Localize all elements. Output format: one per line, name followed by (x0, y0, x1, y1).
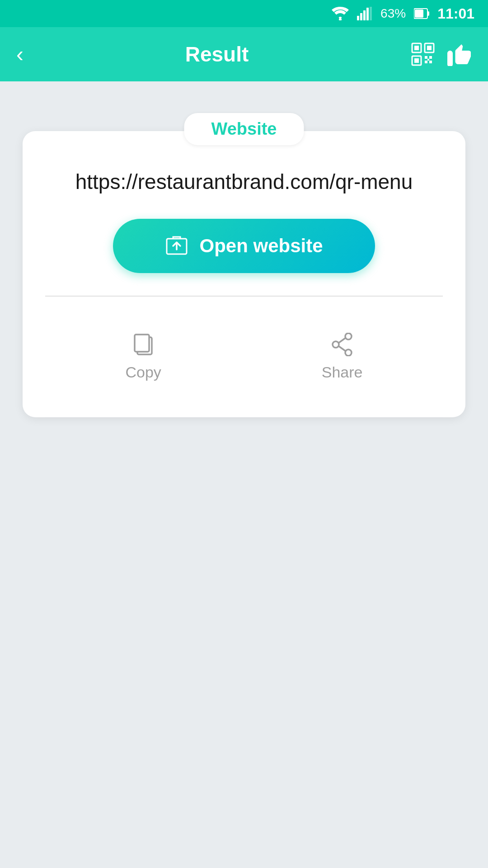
svg-rect-4 (366, 8, 369, 20)
svg-rect-10 (414, 46, 419, 50)
share-label: Share (322, 363, 363, 381)
svg-rect-16 (425, 61, 427, 63)
svg-rect-15 (425, 56, 427, 59)
app-bar: ‹ Result (0, 27, 488, 81)
svg-line-27 (339, 346, 345, 351)
url-display: https://restaurantbrand.com/qr-menu (75, 167, 413, 196)
result-card: https://restaurantbrand.com/qr-menu Open… (23, 131, 465, 417)
svg-rect-19 (427, 59, 429, 61)
signal-icon (357, 7, 372, 20)
svg-rect-2 (360, 13, 362, 20)
open-website-button[interactable]: Open website (113, 219, 375, 273)
svg-point-25 (345, 349, 352, 356)
battery-indicator: 63% (380, 6, 406, 21)
svg-point-23 (345, 333, 352, 340)
app-bar-actions (410, 42, 472, 67)
svg-rect-17 (429, 56, 432, 59)
svg-point-24 (333, 341, 339, 348)
svg-rect-22 (135, 335, 149, 352)
clock: 11:01 (437, 5, 474, 22)
status-icons: 63% 11:01 (332, 5, 474, 22)
svg-line-26 (339, 338, 345, 343)
svg-rect-18 (429, 61, 432, 63)
thumbs-up-button[interactable] (446, 42, 472, 67)
action-buttons-row: Copy Share (45, 319, 443, 395)
back-button[interactable]: ‹ (16, 43, 23, 65)
svg-rect-5 (370, 7, 372, 20)
share-button[interactable]: Share (295, 324, 390, 390)
card-type-label: Website (184, 113, 304, 145)
main-content: Website https://restaurantbrand.com/qr-m… (0, 81, 488, 435)
open-website-label: Open website (199, 235, 323, 257)
thumbs-up-icon (447, 42, 471, 66)
svg-rect-3 (363, 10, 366, 20)
share-icon (330, 333, 354, 356)
qr-code-button[interactable] (410, 42, 436, 67)
divider (45, 296, 443, 297)
copy-icon (132, 333, 155, 356)
page-title: Result (42, 42, 392, 66)
svg-rect-14 (414, 58, 419, 63)
card-container: Website https://restaurantbrand.com/qr-m… (23, 131, 465, 417)
status-bar: 63% 11:01 (0, 0, 488, 27)
svg-rect-8 (415, 9, 423, 18)
svg-rect-12 (427, 46, 432, 50)
svg-rect-1 (357, 16, 359, 20)
svg-point-0 (339, 18, 342, 20)
svg-rect-7 (427, 11, 429, 16)
qr-code-icon (411, 42, 435, 66)
wifi-icon (332, 7, 349, 20)
open-website-icon (165, 234, 188, 258)
copy-label: Copy (125, 363, 161, 381)
copy-button[interactable]: Copy (98, 324, 188, 390)
battery-icon (414, 8, 429, 19)
